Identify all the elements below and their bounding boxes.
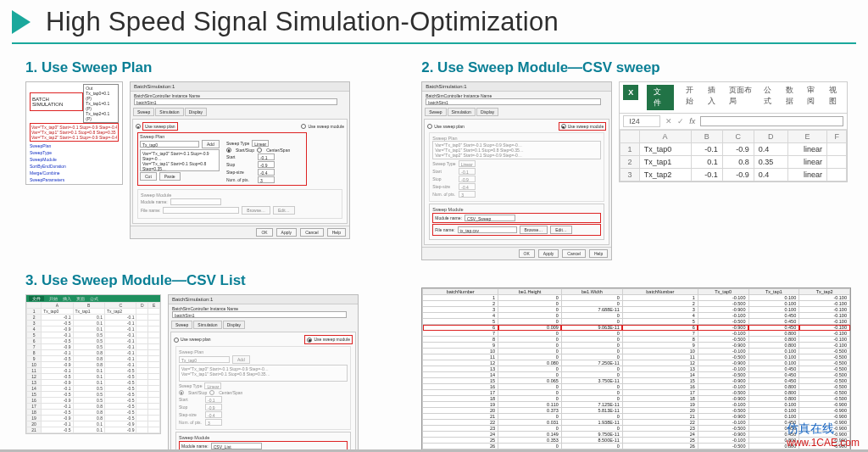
- tab-display[interactable]: Display: [185, 108, 207, 116]
- add-button: Add: [232, 355, 250, 364]
- excel-menu-item[interactable]: 审阅: [807, 85, 821, 110]
- sweep-type-field: Linear: [204, 382, 221, 389]
- excel-icon: X: [623, 85, 638, 100]
- file-name-field[interactable]: [163, 207, 239, 214]
- cancel-button[interactable]: Cancel: [300, 228, 324, 237]
- section-3-title: 3. Use Sweep Module—CSV List: [25, 272, 396, 289]
- module-name-field[interactable]: CSV_List: [211, 443, 262, 449]
- help-button[interactable]: Help: [327, 228, 346, 237]
- add-button[interactable]: Add: [202, 140, 220, 148]
- prop-item: SortByEndDuration: [30, 164, 119, 169]
- stop-field[interactable]: -0.9: [258, 161, 275, 168]
- stop-label: Stop: [432, 176, 456, 181]
- apply-button[interactable]: Apply: [538, 249, 559, 258]
- start-field[interactable]: -0.1: [258, 153, 275, 160]
- section-2-title: 2. Use Sweep Module—CSV sweep: [421, 59, 851, 76]
- radio-center-span: [209, 390, 214, 395]
- radio-start-stop: [179, 390, 184, 395]
- module-name-field[interactable]: CSV_Sweep: [465, 215, 515, 221]
- excel-sm-table[interactable]: ABCDE1Tx_tap0Tx_tap1Tx_tap22-0.10.1-0.13…: [26, 302, 160, 433]
- cut-button[interactable]: Cut: [140, 172, 157, 181]
- npts-field: 3: [459, 191, 476, 198]
- excel-menu-item[interactable]: 开始: [686, 85, 699, 110]
- file-name-field[interactable]: tx_tap.csv: [458, 226, 517, 233]
- ok-button[interactable]: OK: [519, 249, 535, 258]
- excel-menu-item[interactable]: 数据: [786, 85, 799, 110]
- npts-label: Num. of pts.: [179, 420, 203, 425]
- tab-display[interactable]: Display: [476, 108, 498, 116]
- excel-menu-item[interactable]: 页面: [76, 296, 85, 301]
- excel-menu-item[interactable]: 公式: [90, 296, 98, 301]
- sweep-module-legend: Sweep Module: [179, 435, 348, 440]
- module-name-label: Module name:: [181, 444, 209, 449]
- tab-simulation[interactable]: Simulation: [448, 108, 476, 116]
- sweep-plan-legend: Sweep Plan: [179, 349, 348, 354]
- npts-field[interactable]: 3: [258, 176, 275, 183]
- excel-csv-sweep: X 文件 开始 插入 页面布局 公式 数据 审阅 视图: [619, 81, 848, 182]
- radio-plan-label: Use sweep plan: [181, 337, 211, 342]
- tab-display[interactable]: Display: [223, 321, 245, 329]
- tab-sweep[interactable]: Sweep: [425, 108, 446, 116]
- start-stop-label: Start/Stop: [236, 148, 254, 153]
- step-label: Step-size: [226, 170, 255, 175]
- help-button[interactable]: Help: [589, 249, 608, 258]
- browse-button[interactable]: Browse…: [520, 226, 548, 234]
- radio-use-sweep-module[interactable]: [307, 338, 312, 343]
- edit-button[interactable]: Edit…: [273, 206, 295, 215]
- browse-button[interactable]: Browse…: [242, 206, 270, 215]
- excel-menu-file[interactable]: 文件: [647, 85, 674, 110]
- center-span-label: Center/Span: [219, 390, 242, 395]
- radio-use-sweep-plan[interactable]: [427, 124, 432, 129]
- prop-item: SweepModule: [30, 157, 119, 162]
- tab-sweep[interactable]: Sweep: [133, 108, 154, 116]
- sweep-type-field[interactable]: Linear: [252, 140, 269, 147]
- excel-menu-item[interactable]: 视图: [829, 85, 843, 110]
- fx-label: fx: [689, 117, 695, 126]
- dialog-title: BatchSimulation:1: [169, 295, 358, 304]
- plan-list[interactable]: Var="Tx_tap0" Start=-0.1 Stop=-0.9 Step=…: [140, 149, 220, 171]
- excel-table[interactable]: ABCDEF1Tx_tap0-0.1-0.90.4linear2Tx_tap10…: [620, 130, 847, 181]
- radio-use-sweep-module[interactable]: [561, 124, 566, 129]
- section-1-title: 1. Use Sweep Plan: [25, 59, 396, 76]
- radio-use-sweep-plan[interactable]: [174, 338, 179, 343]
- param-field[interactable]: Tx_tap0: [140, 141, 199, 148]
- radio-start-stop[interactable]: [226, 148, 231, 153]
- step-field[interactable]: -0.4: [258, 169, 275, 176]
- excel-menu-file[interactable]: 文件: [29, 296, 44, 301]
- npts-label: Num. of pts.: [226, 177, 255, 182]
- prop-item: SweepType: [30, 150, 119, 155]
- edit-button[interactable]: Edit…: [550, 226, 572, 234]
- stop-label: Stop: [226, 162, 255, 167]
- radio-plan-label: Use sweep plan: [142, 122, 178, 131]
- tab-simulation[interactable]: Simulation: [155, 108, 183, 116]
- tab-simulation[interactable]: Simulation: [193, 321, 221, 329]
- sweep-type-label: Sweep Type: [179, 383, 202, 388]
- apply-button[interactable]: Apply: [276, 228, 298, 237]
- excel-menu-item[interactable]: 公式: [764, 85, 777, 110]
- page-title: High Speed Signal Simulation-Optimizatio…: [46, 7, 559, 37]
- module-name-field[interactable]: [170, 198, 221, 205]
- batch-simulation-node[interactable]: BATCH SIMULATION: [30, 92, 83, 111]
- instance-field[interactable]: batchSim1: [172, 311, 347, 318]
- excel-menu-item[interactable]: 页面布局: [729, 85, 755, 110]
- start-field: -0.1: [459, 168, 476, 175]
- formula-bar[interactable]: [700, 116, 843, 126]
- instance-field[interactable]: batchSim1: [426, 98, 600, 105]
- file-name-label: File name:: [141, 208, 160, 213]
- tab-sweep[interactable]: Sweep: [171, 321, 192, 329]
- excel-menu-item[interactable]: 插入: [708, 85, 721, 110]
- cancel-button[interactable]: Cancel: [562, 249, 586, 258]
- excel-menu-item[interactable]: 插入: [63, 296, 71, 301]
- instance-field[interactable]: batchSim1: [134, 98, 337, 105]
- dialog-title: BatchSimulation:1: [422, 82, 611, 92]
- radio-use-sweep-module[interactable]: [301, 124, 306, 129]
- cell-name-box[interactable]: I24: [623, 115, 660, 127]
- start-label: Start: [226, 154, 255, 159]
- radio-use-sweep-plan[interactable]: [136, 124, 141, 129]
- radio-center-span[interactable]: [257, 148, 262, 153]
- ok-button[interactable]: OK: [256, 228, 272, 237]
- step-label: Step-size: [432, 184, 456, 189]
- paste-button[interactable]: Paste: [159, 172, 181, 181]
- excel-menu-item[interactable]: 开始: [49, 296, 58, 301]
- plan-line: Var="Tx_tap2" Start=-0.1 Stop=-0.9 Step=…: [435, 153, 598, 158]
